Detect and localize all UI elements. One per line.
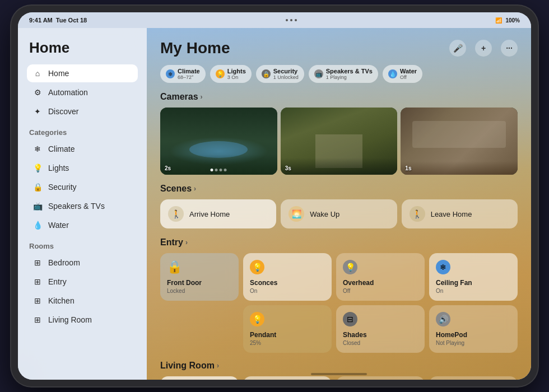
pill-speakers-text: Speakers & TVs 1 Playing [326,68,373,80]
living-room-section-header: Living Room › [160,361,518,371]
camera-3-timestamp: 1s [405,165,411,171]
pill-climate-sub: 68–72° [178,74,200,80]
sidebar-item-automation[interactable]: ⚙ Automation [27,83,138,101]
pill-lights-icon: 💡 [216,69,225,78]
pill-climate[interactable]: ❄ Climate 68–72° [160,65,206,83]
entry-arrow[interactable]: › [185,239,188,246]
leave-home-icon: 🚶 [410,206,425,222]
device-accent-lights[interactable]: 💡 Accent Lights Off [429,376,518,380]
homepod-name: HomePod [436,331,511,339]
menu-button[interactable]: ··· [501,40,518,57]
sidebar-item-discover[interactable]: ✦ Discover [27,102,138,120]
cameras-label: Cameras [160,92,198,102]
camera-tile-1[interactable]: 2s [160,108,277,175]
device-ceiling-fan[interactable]: ❄ Ceiling Fan On [429,253,518,301]
camera-tile-2[interactable]: 3s [281,108,398,175]
sidebar-item-living-room[interactable]: ⊞ Living Room [27,311,138,329]
sidebar-item-entry[interactable]: ⊞ Entry [27,273,138,291]
header-actions: 🎤 + ··· [449,40,518,57]
add-icon: + [481,44,486,53]
camera-dot-1 [211,169,213,171]
device-smart-fan[interactable]: ❄ Smart Fan Off [336,376,425,380]
device-front-door[interactable]: 🔒 Front Door Locked [160,253,239,301]
sidebar-item-speakers-tvs[interactable]: 📺 Speakers & TVs [27,197,138,215]
device-sconces[interactable]: 💡 Sconces On [243,253,332,301]
overhead-icon-row: 💡 [343,260,418,274]
pill-security-sub: 1 Unlocked [273,74,299,80]
scroll-indicator [311,373,367,375]
pill-security[interactable]: 🔒 Security 1 Unlocked [256,65,304,83]
pill-speakers[interactable]: 📺 Speakers & TVs 1 Playing [309,65,378,83]
pill-lights-text: Lights 3 On [227,68,246,80]
scene-arrive-home[interactable]: 🚶 Arrive Home [160,199,276,228]
front-door-lock-icon: 🔒 [167,260,232,274]
device-ceiling-lights[interactable]: 💡 Ceiling Lights 90% [243,376,332,380]
pill-water-sub: Off [400,74,417,80]
device-homepod[interactable]: 🔊 HomePod Not Playing [429,305,518,353]
camera-3-bg [401,108,518,175]
shades-status: Closed [343,340,418,346]
camera-2-timestamp: 3s [285,165,291,171]
microphone-button[interactable]: 🎤 [449,40,466,57]
ceiling-fan-info: Ceiling Fan On [436,274,511,294]
pill-lights-name: Lights [227,68,246,74]
ceiling-fan-name: Ceiling Fan [436,279,511,287]
pill-lights[interactable]: 💡 Lights 3 On [210,65,252,83]
sidebar-kitchen-label: Kitchen [48,296,75,305]
sidebar-item-climate[interactable]: ❄ Climate [27,140,138,158]
pill-security-name: Security [273,68,299,74]
scene-leave-home[interactable]: 🚶 Leave Home [402,199,518,228]
main-panel: My Home 🎤 + ··· [147,28,531,380]
wake-up-label: Wake Up [310,210,339,218]
entry-section-header: Entry › [160,237,518,248]
arrive-home-icon: 🚶 [168,206,184,222]
wifi-icon: 📶 [495,17,502,24]
sidebar-home-label: Home [48,69,69,78]
pendant-icon-row: 💡 [250,312,325,326]
sidebar-item-security[interactable]: 🔒 Security [27,178,138,196]
climate-icon: ❄ [32,144,43,154]
device-shades[interactable]: ⊟ Shades Closed [336,305,425,353]
sconces-status: On [250,288,325,294]
main-header: My Home 🎤 + ··· [160,39,518,57]
living-room-devices-grid: 68° Thermostat Heating to 70 💡 [160,376,518,380]
pill-speakers-sub: 1 Playing [326,74,373,80]
homepod-icon: 🔊 [436,312,450,326]
pill-water[interactable]: 💧 Water Off [383,65,422,83]
sidebar-item-kitchen[interactable]: ⊞ Kitchen [27,292,138,310]
sidebar-item-lights[interactable]: 💡 Lights [27,159,138,177]
pendant-icon: 💡 [250,312,264,326]
scene-wake-up[interactable]: 🌅 Wake Up [281,199,397,228]
pendant-status: 25% [250,340,325,346]
sidebar-item-home[interactable]: ⌂ Home [27,64,138,82]
cameras-arrow[interactable]: › [201,93,203,101]
battery-label: 100% [505,17,520,24]
sidebar-bedroom-label: Bedroom [48,258,80,267]
ipad-screen: 9:41 AM Tue Oct 18 📶 100% Home ⌂ Hom [18,12,531,380]
arrive-home-label: Arrive Home [189,210,230,218]
add-button[interactable]: + [475,40,492,57]
sconces-icon: 💡 [250,260,264,274]
device-pendant[interactable]: 💡 Pendant 25% [243,305,332,353]
overhead-icon: 💡 [343,260,357,274]
page-title: My Home [160,39,230,57]
discover-icon: ✦ [32,106,43,116]
front-door-name: Front Door [167,279,232,287]
pill-water-icon: 💧 [388,69,397,78]
pill-climate-text: Climate 68–72° [178,68,200,80]
camera-dot-4 [224,169,227,171]
camera-tile-3[interactable]: 1s [401,108,518,175]
front-door-info: Front Door Locked [167,274,232,294]
sidebar-item-bedroom[interactable]: ⊞ Bedroom [27,254,138,272]
dot3 [295,19,297,21]
sidebar-climate-label: Climate [48,144,75,153]
living-room-arrow[interactable]: › [217,362,219,370]
sidebar-item-water[interactable]: 💧 Water [27,216,138,234]
lights-icon: 💡 [32,163,43,173]
homepod-icon-row: 🔊 [436,312,511,326]
status-time: 9:41 AM [29,17,53,24]
sidebar-entry-label: Entry [48,277,67,286]
device-thermostat[interactable]: 68° Thermostat Heating to 70 [160,376,239,380]
device-overhead[interactable]: 💡 Overhead Off [336,253,425,301]
scenes-arrow[interactable]: › [194,185,196,193]
